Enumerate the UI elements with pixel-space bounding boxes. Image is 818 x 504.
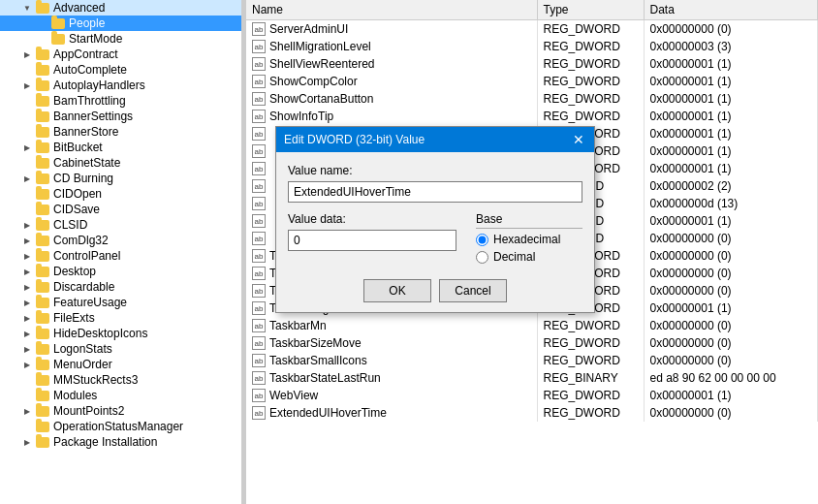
sidebar-item-controlpanel[interactable]: ▶ControlPanel (0, 248, 241, 264)
dialog-body: Value name: Value data: Base Hexadecimal (276, 152, 594, 312)
folder-icon-comdlg32 (35, 236, 50, 246)
tree-label-cidopen: CIDOpen (53, 187, 102, 201)
folder-icon-modules (35, 391, 50, 401)
folder-icon-bannersettings (35, 111, 50, 122)
sidebar-item-bannersettings[interactable]: BannerSettings (0, 109, 241, 124)
expander-mountpoints2[interactable]: ▶ (19, 407, 35, 416)
sidebar-item-appcontract[interactable]: ▶AppContract (0, 47, 241, 62)
tree-label-startmode: StartMode (69, 32, 122, 46)
decimal-radio[interactable] (476, 251, 488, 264)
sidebar-item-cidsave[interactable]: CIDSave (0, 202, 241, 217)
tree-label-autoplayhandlers: AutoplayHandlers (53, 79, 145, 92)
folder-icon-mmstuckrects3 (35, 375, 50, 386)
sidebar-item-packageinstallation[interactable]: ▶Package Installation (0, 434, 241, 450)
folder-icon-discardable (35, 282, 50, 293)
sidebar-item-menuorder[interactable]: ▶MenuOrder (0, 357, 241, 372)
tree-label-advanced: Advanced (53, 1, 105, 15)
expander-logonstats[interactable]: ▶ (19, 345, 35, 354)
sidebar-item-bannerstore[interactable]: BannerStore (0, 124, 241, 140)
sidebar-item-bamthrottling[interactable]: BamThrottling (0, 93, 241, 109)
sidebar-item-people[interactable]: People (0, 16, 241, 31)
sidebar-item-cidopen[interactable]: CIDOpen (0, 186, 241, 202)
sidebar-item-clsid[interactable]: ▶CLSID (0, 217, 241, 233)
folder-icon-appcontract (35, 49, 50, 60)
expander-menuorder[interactable]: ▶ (19, 361, 35, 369)
value-data-input[interactable] (288, 230, 456, 251)
expander-bitbucket[interactable]: ▶ (19, 143, 35, 152)
dialog-section: Value data: Base Hexadecimal Decimal (288, 212, 582, 268)
tree-label-bannerstore: BannerStore (53, 125, 118, 139)
tree-label-cabinetstate: CabinetState (53, 156, 120, 170)
folder-icon-fileexts (35, 313, 50, 324)
expander-controlpanel[interactable]: ▶ (19, 252, 35, 261)
sidebar-item-advanced[interactable]: ▼Advanced (0, 0, 241, 16)
hexadecimal-label: Hexadecimal (493, 233, 560, 246)
sidebar-item-autocomplete[interactable]: AutoComplete (0, 62, 241, 78)
decimal-label: Decimal (493, 250, 535, 264)
tree-label-clsid: CLSID (53, 218, 87, 232)
sidebar-item-bitbucket[interactable]: ▶BitBucket (0, 140, 241, 155)
folder-icon-startmode (50, 34, 66, 45)
folder-icon-advanced (35, 3, 50, 14)
expander-discardable[interactable]: ▶ (19, 283, 35, 292)
value-name-input[interactable] (288, 181, 582, 203)
folder-icon-bamthrottling (35, 96, 50, 107)
tree-label-bitbucket: BitBucket (53, 141, 103, 154)
folder-icon-cidopen (35, 189, 50, 200)
sidebar-item-discardable[interactable]: ▶Discardable (0, 279, 241, 295)
expander-desktop[interactable]: ▶ (19, 268, 35, 276)
tree-label-featureusage: FeatureUsage (53, 296, 127, 309)
tree-label-autocomplete: AutoComplete (53, 63, 127, 77)
folder-icon-hidedesktopicons (35, 329, 50, 339)
expander-featureusage[interactable]: ▶ (19, 299, 35, 307)
tree-label-operationstatusmanager: OperationStatusManager (53, 420, 183, 433)
dialog-close-button[interactable]: ✕ (571, 133, 586, 146)
tree-label-menuorder: MenuOrder (53, 358, 112, 371)
expander-comdlg32[interactable]: ▶ (19, 236, 35, 245)
sidebar-item-operationstatusmanager[interactable]: OperationStatusManager (0, 419, 241, 434)
dialog-title: Edit DWORD (32-bit) Value (284, 133, 425, 146)
sidebar-item-fileexts[interactable]: ▶FileExts (0, 310, 241, 326)
tree-label-mmstuckrects3: MMStuckRects3 (53, 373, 138, 387)
folder-icon-people (50, 18, 66, 29)
hexadecimal-radio[interactable] (476, 234, 488, 246)
expander-clsid[interactable]: ▶ (19, 221, 35, 230)
value-data-label: Value data: (288, 212, 456, 226)
folder-icon-cabinetstate (35, 158, 50, 169)
sidebar-item-mmstuckrects3[interactable]: MMStuckRects3 (0, 372, 241, 388)
expander-packageinstallation[interactable]: ▶ (19, 438, 35, 447)
expander-hidedesktopicons[interactable]: ▶ (19, 330, 35, 338)
expander-autoplayhandlers[interactable]: ▶ (19, 81, 35, 90)
decimal-radio-label[interactable]: Decimal (476, 250, 582, 264)
folder-icon-mountpoints2 (35, 406, 50, 417)
sidebar-item-cabinetstate[interactable]: CabinetState (0, 155, 241, 171)
expander-fileexts[interactable]: ▶ (19, 314, 35, 323)
folder-icon-autocomplete (35, 65, 50, 76)
sidebar-item-autoplayhandlers[interactable]: ▶AutoplayHandlers (0, 78, 241, 93)
folder-icon-menuorder (35, 360, 50, 370)
ok-button[interactable]: OK (363, 279, 431, 302)
sidebar-item-desktop[interactable]: ▶Desktop (0, 264, 241, 279)
expander-advanced[interactable]: ▼ (19, 4, 35, 13)
folder-icon-operationstatusmanager (35, 422, 50, 432)
sidebar-item-mountpoints2[interactable]: ▶MountPoints2 (0, 403, 241, 419)
sidebar-item-startmode[interactable]: StartMode (0, 31, 241, 47)
expander-appcontract[interactable]: ▶ (19, 50, 35, 59)
folder-icon-logonstats (35, 344, 50, 355)
tree-label-hidedesktopicons: HideDesktopIcons (53, 327, 147, 340)
hexadecimal-radio-label[interactable]: Hexadecimal (476, 233, 582, 246)
sidebar-item-cdburning[interactable]: ▶CD Burning (0, 171, 241, 186)
dialog-titlebar: Edit DWORD (32-bit) Value ✕ (276, 127, 594, 152)
dialog-overlay: Edit DWORD (32-bit) Value ✕ Value name: … (246, 0, 818, 504)
expander-cdburning[interactable]: ▶ (19, 174, 35, 183)
sidebar-item-hidedesktopicons[interactable]: ▶HideDesktopIcons (0, 326, 241, 341)
sidebar-item-comdlg32[interactable]: ▶ComDlg32 (0, 233, 241, 248)
folder-icon-cdburning (35, 173, 50, 184)
sidebar-item-modules[interactable]: Modules (0, 388, 241, 403)
tree-label-desktop: Desktop (53, 265, 96, 278)
tree-label-controlpanel: ControlPanel (53, 249, 120, 263)
cancel-button[interactable]: Cancel (439, 279, 507, 302)
sidebar-item-logonstats[interactable]: ▶LogonStats (0, 341, 241, 357)
tree-label-logonstats: LogonStats (53, 342, 112, 356)
sidebar-item-featureusage[interactable]: ▶FeatureUsage (0, 295, 241, 310)
